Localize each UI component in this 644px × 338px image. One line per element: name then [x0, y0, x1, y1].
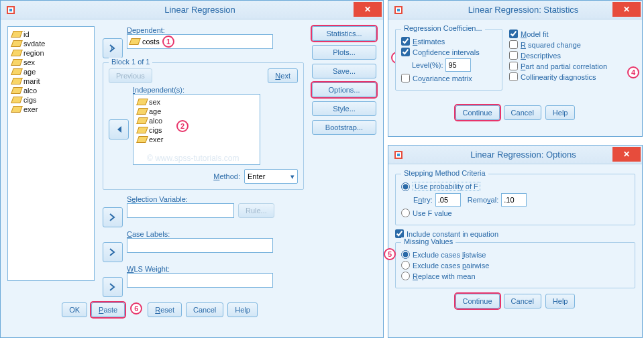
scale-icon [136, 99, 148, 105]
move-to-wls-button[interactable] [103, 277, 123, 297]
variable-item[interactable]: sex [136, 97, 257, 107]
options-dialog: Linear Regression: Options ✕ Stepping Me… [388, 145, 643, 338]
annotation-5: 5 [384, 248, 396, 260]
svg-rect-2 [9, 9, 12, 11]
scale-icon [11, 40, 23, 47]
use-f-value-radio[interactable]: Use F value [401, 209, 629, 217]
scale-icon [11, 31, 23, 38]
chevron-down-icon: ▾ [290, 172, 294, 181]
variable-item[interactable]: alco [11, 86, 91, 95]
source-variables-list[interactable]: idsvdateregionsexagemaritalcocigsexer [7, 26, 95, 281]
continue-button[interactable]: Continue [455, 294, 500, 308]
save-button[interactable]: Save... [312, 64, 376, 78]
independents-list[interactable]: 2 © www.spss-tutorials.com sexagealcocig… [133, 94, 260, 165]
paste-button[interactable]: Paste [91, 302, 125, 317]
scale-icon [11, 106, 23, 113]
wls-weight-field[interactable] [127, 273, 273, 288]
help-button[interactable]: Help [545, 294, 576, 308]
scale-icon [136, 117, 148, 124]
previous-button[interactable]: Previous [109, 68, 152, 83]
selection-variable-field[interactable] [127, 203, 234, 218]
annotation-1: 1 [162, 36, 174, 48]
close-button[interactable]: ✕ [354, 2, 382, 17]
variable-item[interactable]: age [136, 107, 257, 116]
selection-variable-label: Selection Variable: [127, 195, 188, 203]
wls-weight-label: WLS Weight: [127, 265, 170, 273]
plots-button[interactable]: Plots... [312, 45, 376, 60]
app-icon [392, 149, 405, 161]
variable-item[interactable]: marit [11, 76, 91, 86]
rsquared-change-check[interactable]: R squared change [509, 40, 635, 49]
titlebar: Linear Regression ✕ [1, 1, 383, 19]
close-button[interactable]: ✕ [612, 147, 641, 162]
options-button[interactable]: Options... [312, 82, 376, 97]
variable-item[interactable]: sex [11, 58, 91, 67]
annotation-6: 6 [130, 302, 142, 315]
removal-input[interactable] [501, 193, 527, 207]
block-legend: Block 1 of 1 [109, 58, 152, 66]
method-label: Method: [213, 172, 240, 180]
variable-item[interactable]: exer [136, 135, 257, 144]
variable-item[interactable]: age [11, 67, 91, 76]
variable-item[interactable]: exer [11, 105, 91, 114]
scale-icon [11, 97, 23, 103]
window-title: Linear Regression: Statistics [405, 5, 642, 15]
scale-icon [11, 87, 23, 94]
use-probability-radio[interactable]: Use probability of F [401, 182, 629, 191]
covariance-check[interactable]: Covariance matrix [401, 74, 496, 82]
help-button[interactable]: Help [545, 105, 576, 120]
help-button[interactable]: Help [227, 302, 258, 317]
cancel-button[interactable]: Cancel [504, 294, 541, 308]
next-button[interactable]: Next [268, 68, 298, 83]
confidence-intervals-check[interactable]: Confidence intervals [401, 48, 496, 56]
style-button[interactable]: Style... [312, 101, 376, 116]
collinearity-check[interactable]: Collinearity diagnostics [509, 72, 635, 81]
variable-item[interactable]: cigs [11, 95, 91, 105]
move-to-independents-button[interactable] [109, 119, 129, 139]
annotation-4: 4 [627, 66, 639, 78]
cancel-button[interactable]: Cancel [504, 105, 541, 120]
scale-icon [129, 38, 141, 45]
variable-item[interactable]: region [11, 48, 91, 58]
svg-rect-8 [397, 154, 400, 156]
removal-label: Removal: [468, 196, 498, 204]
replace-mean-radio[interactable]: Replace with mean [401, 272, 629, 280]
reset-button[interactable]: Reset [148, 302, 182, 317]
continue-button[interactable]: Continue [455, 105, 500, 120]
close-button[interactable]: ✕ [612, 2, 641, 17]
estimates-check[interactable]: Estimates [401, 37, 496, 46]
entry-input[interactable] [435, 193, 461, 207]
variable-item[interactable]: alco [136, 116, 257, 125]
bootstrap-button[interactable]: Bootstrap... [312, 120, 376, 135]
cancel-button[interactable]: Cancel [186, 302, 223, 317]
move-to-caselabels-button[interactable] [103, 242, 123, 262]
exclude-listwise-radio[interactable]: Exclude cases listwise [401, 250, 629, 259]
dependent-label: Dependent: [127, 26, 165, 34]
statistics-dialog: Linear Regression: Statistics ✕ 3 Regres… [388, 0, 643, 137]
method-select[interactable]: Enter ▾ [244, 169, 298, 184]
scale-icon [11, 78, 23, 84]
part-partial-check[interactable]: Part and partial correlation [509, 62, 635, 70]
dependent-value: costs [142, 38, 160, 46]
main-dialog: Linear Regression ✕ idsvdateregionsexage… [0, 0, 384, 338]
variable-item[interactable]: svdate [11, 39, 91, 48]
titlebar: Linear Regression: Statistics ✕ [388, 1, 642, 19]
variable-item[interactable]: cigs [136, 125, 257, 135]
case-labels-field[interactable] [127, 238, 273, 253]
annotation-2: 2 [176, 120, 189, 132]
rule-button[interactable]: Rule... [238, 203, 274, 218]
scale-icon [11, 68, 23, 75]
svg-rect-5 [397, 9, 400, 11]
move-to-selection-button[interactable] [103, 207, 123, 227]
dependent-field[interactable]: costs 1 [127, 34, 273, 49]
coeff-legend: Regression Coefficien... [401, 24, 485, 32]
variable-item[interactable]: id [11, 30, 91, 39]
exclude-pairwise-radio[interactable]: Exclude cases pairwise [401, 261, 629, 270]
scale-icon [136, 136, 148, 143]
statistics-button[interactable]: Statistics... [312, 26, 376, 41]
ok-button[interactable]: OK [62, 302, 87, 317]
move-to-dependent-button[interactable] [103, 38, 123, 58]
descriptives-check[interactable]: Descriptives [509, 51, 635, 60]
level-input[interactable] [445, 58, 471, 72]
model-fit-check[interactable]: Model fit [509, 30, 635, 38]
